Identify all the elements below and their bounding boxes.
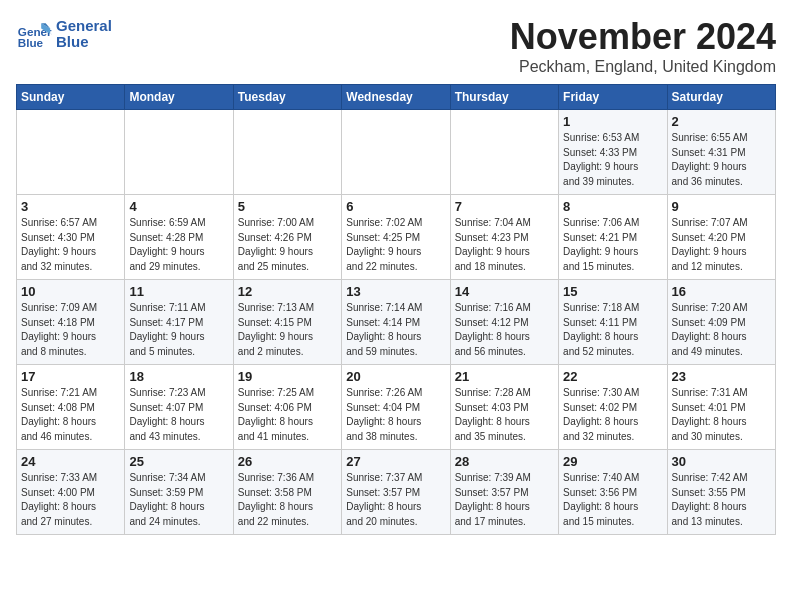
day-number: 22: [563, 369, 662, 384]
calendar-cell: 30Sunrise: 7:42 AM Sunset: 3:55 PM Dayli…: [667, 450, 775, 535]
weekday-header: Friday: [559, 85, 667, 110]
calendar-cell: 6Sunrise: 7:02 AM Sunset: 4:25 PM Daylig…: [342, 195, 450, 280]
calendar-cell: [17, 110, 125, 195]
day-info: Sunrise: 7:02 AM Sunset: 4:25 PM Dayligh…: [346, 216, 445, 274]
calendar-cell: 21Sunrise: 7:28 AM Sunset: 4:03 PM Dayli…: [450, 365, 558, 450]
day-number: 12: [238, 284, 337, 299]
calendar-cell: [125, 110, 233, 195]
calendar-cell: 27Sunrise: 7:37 AM Sunset: 3:57 PM Dayli…: [342, 450, 450, 535]
day-number: 6: [346, 199, 445, 214]
day-info: Sunrise: 6:55 AM Sunset: 4:31 PM Dayligh…: [672, 131, 771, 189]
calendar-cell: 2Sunrise: 6:55 AM Sunset: 4:31 PM Daylig…: [667, 110, 775, 195]
calendar-body: 1Sunrise: 6:53 AM Sunset: 4:33 PM Daylig…: [17, 110, 776, 535]
day-number: 19: [238, 369, 337, 384]
day-number: 10: [21, 284, 120, 299]
logo-text-line2: Blue: [56, 34, 112, 51]
calendar-cell: 7Sunrise: 7:04 AM Sunset: 4:23 PM Daylig…: [450, 195, 558, 280]
day-info: Sunrise: 6:59 AM Sunset: 4:28 PM Dayligh…: [129, 216, 228, 274]
day-number: 8: [563, 199, 662, 214]
title-block: November 2024 Peckham, England, United K…: [510, 16, 776, 76]
day-info: Sunrise: 7:26 AM Sunset: 4:04 PM Dayligh…: [346, 386, 445, 444]
weekday-header: Sunday: [17, 85, 125, 110]
calendar-cell: 28Sunrise: 7:39 AM Sunset: 3:57 PM Dayli…: [450, 450, 558, 535]
calendar-cell: 12Sunrise: 7:13 AM Sunset: 4:15 PM Dayli…: [233, 280, 341, 365]
calendar-cell: 3Sunrise: 6:57 AM Sunset: 4:30 PM Daylig…: [17, 195, 125, 280]
weekday-header: Wednesday: [342, 85, 450, 110]
calendar-cell: [342, 110, 450, 195]
calendar-week-row: 17Sunrise: 7:21 AM Sunset: 4:08 PM Dayli…: [17, 365, 776, 450]
day-info: Sunrise: 7:20 AM Sunset: 4:09 PM Dayligh…: [672, 301, 771, 359]
day-info: Sunrise: 7:40 AM Sunset: 3:56 PM Dayligh…: [563, 471, 662, 529]
calendar-cell: 13Sunrise: 7:14 AM Sunset: 4:14 PM Dayli…: [342, 280, 450, 365]
calendar-cell: 8Sunrise: 7:06 AM Sunset: 4:21 PM Daylig…: [559, 195, 667, 280]
day-number: 17: [21, 369, 120, 384]
weekday-header: Thursday: [450, 85, 558, 110]
calendar-week-row: 24Sunrise: 7:33 AM Sunset: 4:00 PM Dayli…: [17, 450, 776, 535]
calendar-header-row: SundayMondayTuesdayWednesdayThursdayFrid…: [17, 85, 776, 110]
calendar-cell: 1Sunrise: 6:53 AM Sunset: 4:33 PM Daylig…: [559, 110, 667, 195]
day-info: Sunrise: 7:37 AM Sunset: 3:57 PM Dayligh…: [346, 471, 445, 529]
day-number: 2: [672, 114, 771, 129]
day-number: 1: [563, 114, 662, 129]
day-info: Sunrise: 7:36 AM Sunset: 3:58 PM Dayligh…: [238, 471, 337, 529]
day-number: 9: [672, 199, 771, 214]
calendar-cell: 14Sunrise: 7:16 AM Sunset: 4:12 PM Dayli…: [450, 280, 558, 365]
day-info: Sunrise: 7:00 AM Sunset: 4:26 PM Dayligh…: [238, 216, 337, 274]
day-info: Sunrise: 7:09 AM Sunset: 4:18 PM Dayligh…: [21, 301, 120, 359]
day-info: Sunrise: 7:06 AM Sunset: 4:21 PM Dayligh…: [563, 216, 662, 274]
calendar-week-row: 3Sunrise: 6:57 AM Sunset: 4:30 PM Daylig…: [17, 195, 776, 280]
day-info: Sunrise: 7:31 AM Sunset: 4:01 PM Dayligh…: [672, 386, 771, 444]
calendar-cell: 22Sunrise: 7:30 AM Sunset: 4:02 PM Dayli…: [559, 365, 667, 450]
day-number: 15: [563, 284, 662, 299]
calendar-cell: 20Sunrise: 7:26 AM Sunset: 4:04 PM Dayli…: [342, 365, 450, 450]
month-title: November 2024: [510, 16, 776, 58]
day-info: Sunrise: 7:13 AM Sunset: 4:15 PM Dayligh…: [238, 301, 337, 359]
day-info: Sunrise: 7:30 AM Sunset: 4:02 PM Dayligh…: [563, 386, 662, 444]
day-info: Sunrise: 7:18 AM Sunset: 4:11 PM Dayligh…: [563, 301, 662, 359]
day-number: 3: [21, 199, 120, 214]
calendar-week-row: 10Sunrise: 7:09 AM Sunset: 4:18 PM Dayli…: [17, 280, 776, 365]
calendar-week-row: 1Sunrise: 6:53 AM Sunset: 4:33 PM Daylig…: [17, 110, 776, 195]
day-number: 13: [346, 284, 445, 299]
day-number: 16: [672, 284, 771, 299]
page-header: General Blue General Blue November 2024 …: [16, 16, 776, 76]
logo: General Blue General Blue: [16, 16, 112, 52]
calendar-cell: 9Sunrise: 7:07 AM Sunset: 4:20 PM Daylig…: [667, 195, 775, 280]
calendar-cell: 18Sunrise: 7:23 AM Sunset: 4:07 PM Dayli…: [125, 365, 233, 450]
calendar-cell: 23Sunrise: 7:31 AM Sunset: 4:01 PM Dayli…: [667, 365, 775, 450]
day-info: Sunrise: 7:39 AM Sunset: 3:57 PM Dayligh…: [455, 471, 554, 529]
day-number: 23: [672, 369, 771, 384]
calendar-cell: 11Sunrise: 7:11 AM Sunset: 4:17 PM Dayli…: [125, 280, 233, 365]
calendar-cell: 5Sunrise: 7:00 AM Sunset: 4:26 PM Daylig…: [233, 195, 341, 280]
day-info: Sunrise: 7:04 AM Sunset: 4:23 PM Dayligh…: [455, 216, 554, 274]
logo-text-line1: General: [56, 18, 112, 35]
day-number: 30: [672, 454, 771, 469]
calendar-cell: 16Sunrise: 7:20 AM Sunset: 4:09 PM Dayli…: [667, 280, 775, 365]
day-number: 28: [455, 454, 554, 469]
day-number: 7: [455, 199, 554, 214]
day-info: Sunrise: 7:28 AM Sunset: 4:03 PM Dayligh…: [455, 386, 554, 444]
calendar-cell: 26Sunrise: 7:36 AM Sunset: 3:58 PM Dayli…: [233, 450, 341, 535]
day-info: Sunrise: 6:53 AM Sunset: 4:33 PM Dayligh…: [563, 131, 662, 189]
calendar-cell: 19Sunrise: 7:25 AM Sunset: 4:06 PM Dayli…: [233, 365, 341, 450]
day-number: 25: [129, 454, 228, 469]
calendar-cell: 10Sunrise: 7:09 AM Sunset: 4:18 PM Dayli…: [17, 280, 125, 365]
day-number: 14: [455, 284, 554, 299]
day-info: Sunrise: 7:42 AM Sunset: 3:55 PM Dayligh…: [672, 471, 771, 529]
day-number: 24: [21, 454, 120, 469]
day-number: 18: [129, 369, 228, 384]
calendar-cell: 29Sunrise: 7:40 AM Sunset: 3:56 PM Dayli…: [559, 450, 667, 535]
calendar-cell: 4Sunrise: 6:59 AM Sunset: 4:28 PM Daylig…: [125, 195, 233, 280]
day-info: Sunrise: 7:23 AM Sunset: 4:07 PM Dayligh…: [129, 386, 228, 444]
logo-icon: General Blue: [16, 16, 52, 52]
calendar-cell: 24Sunrise: 7:33 AM Sunset: 4:00 PM Dayli…: [17, 450, 125, 535]
day-info: Sunrise: 7:34 AM Sunset: 3:59 PM Dayligh…: [129, 471, 228, 529]
day-info: Sunrise: 7:07 AM Sunset: 4:20 PM Dayligh…: [672, 216, 771, 274]
day-number: 26: [238, 454, 337, 469]
day-info: Sunrise: 7:21 AM Sunset: 4:08 PM Dayligh…: [21, 386, 120, 444]
calendar-cell: 25Sunrise: 7:34 AM Sunset: 3:59 PM Dayli…: [125, 450, 233, 535]
calendar-cell: 15Sunrise: 7:18 AM Sunset: 4:11 PM Dayli…: [559, 280, 667, 365]
calendar-cell: [233, 110, 341, 195]
day-info: Sunrise: 7:14 AM Sunset: 4:14 PM Dayligh…: [346, 301, 445, 359]
calendar-cell: [450, 110, 558, 195]
